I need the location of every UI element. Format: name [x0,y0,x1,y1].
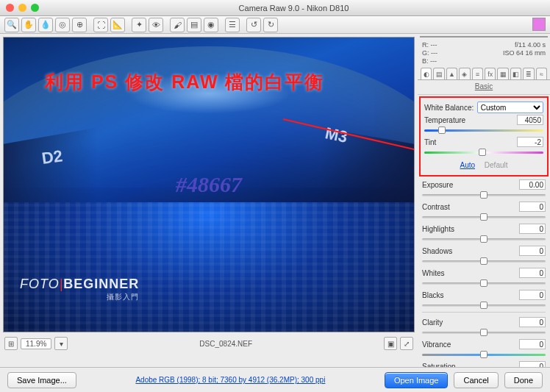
tab-camera[interactable]: ◧ [510,68,521,79]
rotate-ccw-icon[interactable]: ↺ [246,18,261,32]
tab-fx[interactable]: ▦ [497,68,508,79]
tint-value[interactable]: -2 [517,137,543,147]
right-panel: R: --- G: --- B: --- f/11 4.00 s ISO 64 … [418,34,550,352]
auto-link[interactable]: Auto [460,161,475,169]
zoom-menu-icon[interactable]: ▾ [54,337,68,350]
iso-focal: ISO 64 16 mm [503,49,546,57]
shadows-slider[interactable] [422,257,546,265]
tab-curve[interactable]: ▤ [433,68,444,79]
temperature-label: Temperature [424,116,514,124]
zoom-level[interactable]: 11.9% [21,338,51,349]
tint-label: Tint [424,138,514,146]
wb-select[interactable]: Custom [477,101,543,113]
save-image-button[interactable]: Save Image... [7,372,76,388]
prefs-icon[interactable]: ☰ [225,18,240,32]
exposure-label: Exposure [422,181,516,189]
rgb-g: G: --- [422,49,438,57]
mark-swatch[interactable] [532,18,546,31]
contrast-slider[interactable] [422,213,546,221]
vibrance-slider[interactable] [422,351,546,358]
target-adjust-icon[interactable]: ⊕ [72,18,87,32]
footer: Save Image... Adobe RGB (1998); 8 bit; 7… [0,367,550,392]
sign-d2: D2 [40,146,63,168]
filename-label: DSC_0824.NEF [71,340,381,348]
window-title: Camera Raw 9.0 - Nikon D810 [43,4,544,13]
highlights-slider[interactable] [422,235,546,243]
open-image-button[interactable]: Open Image [385,372,449,388]
blacks-slider[interactable] [422,302,546,309]
watermark-center: #48667 [176,172,242,197]
done-button[interactable]: Done [504,372,543,388]
clarity-value[interactable]: 0 [519,317,546,327]
clarity-label: Clarity [422,318,516,327]
window-controls [6,4,39,12]
highlights-label: Highlights [422,225,516,233]
whites-value[interactable]: 0 [519,268,546,278]
redeye-tool-icon[interactable]: 👁 [149,18,163,32]
logo-part1: FOTO [20,277,60,291]
fullscreen-icon[interactable]: ⤢ [400,337,413,350]
status-bar: ⊞ 11.9% ▾ DSC_0824.NEF ▣ ⤢ [0,335,418,352]
zoom-tool-icon[interactable]: 🔍 [4,18,19,32]
exposure-value[interactable]: 0.00 [519,179,546,190]
minimize-icon[interactable] [18,4,26,12]
wb-highlight-box: White Balance: Custom Temperature 4050 T… [419,96,549,177]
rgb-b: B: --- [422,57,438,65]
hand-tool-icon[interactable]: ✋ [21,18,36,32]
tab-presets[interactable]: ≣ [523,68,534,79]
logo-part2: BEGINNER [63,277,139,291]
wb-eyedropper-icon[interactable]: 💧 [38,18,53,32]
toolbar: 🔍 ✋ 💧 ◎ ⊕ ⛶ 📐 ✦ 👁 🖌 ▤ ◉ ☰ ↺ ↻ [0,16,550,34]
vibrance-value[interactable]: 0 [519,339,546,349]
filmstrip-toggle-icon[interactable]: ⊞ [4,337,18,350]
straighten-tool-icon[interactable]: 📐 [110,18,125,32]
watermark-logo: FOTO|BEGINNER 攝影入門 [20,277,139,302]
rotate-cw-icon[interactable]: ↻ [263,18,278,32]
tab-hsl[interactable]: ◈ [459,68,470,79]
title-bar: Camera Raw 9.0 - Nikon D810 [0,0,550,16]
panel-tabs: ◐ ▤ ▲ ◈ ≡ fx ▦ ◧ ≣ ≈ [418,66,550,80]
panel-title: Basic [418,80,550,95]
workflow-options-link[interactable]: Adobe RGB (1998); 8 bit; 7360 by 4912 (3… [135,376,325,384]
crop-tool-icon[interactable]: ⛶ [93,18,108,32]
annotation-headline: 利用 PS 修改 RAW 檔的白平衡 [45,70,324,94]
aperture-shutter: f/11 4.00 s [503,41,546,49]
logo-tagline: 攝影入門 [20,292,139,302]
vibrance-label: Vibrance [422,341,516,349]
blacks-label: Blacks [422,291,516,299]
tint-slider[interactable] [424,149,543,156]
contrast-label: Contrast [422,203,516,211]
close-icon[interactable] [6,4,14,12]
clarity-slider[interactable] [422,329,546,336]
cancel-button[interactable]: Cancel [454,372,498,388]
graduated-filter-icon[interactable]: ▤ [187,18,201,32]
exif-readout: R: --- G: --- B: --- f/11 4.00 s ISO 64 … [418,40,550,66]
whites-slider[interactable] [422,279,546,287]
whites-label: Whites [422,269,516,277]
shadows-label: Shadows [422,247,516,255]
color-sampler-icon[interactable]: ◎ [55,18,70,32]
shadows-value[interactable]: 0 [519,246,546,256]
zoom-window-icon[interactable] [31,4,39,12]
preview-mode-icon[interactable]: ▣ [384,337,397,350]
tab-split[interactable]: ≡ [472,68,483,79]
tab-lens[interactable]: fx [485,68,496,79]
radial-filter-icon[interactable]: ◉ [204,18,218,32]
rgb-r: R: --- [422,41,438,49]
adjustment-brush-icon[interactable]: 🖌 [170,18,185,32]
tab-basic[interactable]: ◐ [421,68,432,79]
contrast-value[interactable]: 0 [519,202,546,212]
image-preview[interactable]: D2 M3 利用 PS 修改 RAW 檔的白平衡 #48667 FOTO|BEG… [3,37,415,332]
exposure-slider[interactable] [422,191,546,199]
tab-detail[interactable]: ▲ [446,68,457,79]
spot-removal-icon[interactable]: ✦ [132,18,146,32]
temperature-value[interactable]: 4050 [517,115,543,125]
default-link[interactable]: Default [485,161,508,169]
wb-label: White Balance: [424,104,474,112]
histogram[interactable] [420,36,548,38]
temperature-slider[interactable] [424,126,543,134]
tab-snapshots[interactable]: ≈ [536,68,547,79]
blacks-value[interactable]: 0 [519,290,546,300]
highlights-value[interactable]: 0 [519,224,546,234]
